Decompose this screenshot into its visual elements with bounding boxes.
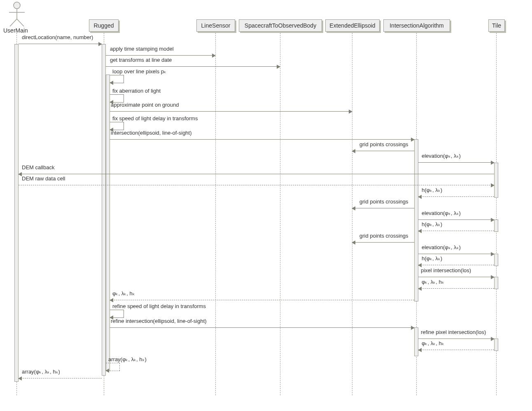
lifeline-linesensor — [215, 33, 216, 395]
activation-tile-2 — [494, 220, 498, 232]
msg-h-return-2: h(φₖ, λₖ) — [418, 228, 494, 234]
msg-loop-pixels: loop over line pixels pₖ — [110, 75, 124, 83]
lifeline-sctobody — [280, 33, 280, 395]
msg-fix-aberration: fix aberration of light — [110, 94, 124, 103]
activation-tile-5 — [494, 339, 498, 351]
lifeline-extellipsoid — [352, 33, 352, 395]
svg-line-3 — [10, 19, 17, 26]
msg-dem-callback: DEM callback — [19, 171, 494, 177]
msg-elevation-1: elevation(φₖ, λₖ) — [418, 160, 494, 166]
msg-approx-point: approximate point on ground — [110, 109, 352, 114]
activation-usermain — [14, 44, 19, 382]
msg-refine-intersection: refine intersection(ellipsoid, line-of-s… — [110, 325, 414, 331]
msg-fix-speed-light: fix speed of light delay in transforms — [110, 122, 124, 130]
participant-rugged: Rugged — [89, 19, 119, 32]
msg-grid-crossings-3: grid points crossings — [352, 240, 414, 245]
participant-sctobody: SpacecraftToObservedBody — [239, 19, 322, 32]
activation-rugged-inner — [106, 75, 110, 371]
svg-line-4 — [17, 19, 24, 26]
msg-array-return-self: array(φₖ, λₖ, hₖ) — [106, 363, 120, 371]
msg-grid-crossings-1: grid points crossings — [352, 148, 414, 154]
actor-icon — [13, 1, 21, 9]
activation-tile-1 — [494, 163, 498, 198]
participant-extellipsoid: ExtendedEllipsoid — [325, 19, 380, 32]
msg-refine-speed: refine speed of light delay in transform… — [110, 310, 124, 318]
participant-tile: Tile — [488, 19, 505, 32]
activation-intersectalgo-1 — [414, 139, 418, 301]
activation-tile-3 — [494, 254, 498, 266]
activation-tile-4 — [494, 277, 498, 289]
msg-plh-return-1: φₖ, λₖ, hₖ — [418, 286, 494, 292]
msg-h-return-1: h(φₖ, λₖ) — [418, 194, 494, 200]
participant-linesensor: LineSensor — [196, 19, 235, 32]
msg-direct-location: directLocation(name, number) — [19, 41, 102, 47]
activation-rugged — [102, 44, 106, 376]
participant-intersectalgo: IntersectionAlgorithm — [383, 19, 450, 32]
actor-body-icon — [7, 9, 26, 27]
msg-plh-return-3: φₖ, λₖ, hₖ — [418, 347, 494, 353]
msg-grid-crossings-2: grid points crossings — [352, 206, 414, 211]
svg-point-0 — [14, 2, 20, 9]
msg-plh-return-2: φₖ, λₖ, hₖ — [110, 297, 414, 303]
participant-usermain: UserMain — [3, 27, 28, 34]
sequence-diagram: UserMain Rugged LineSensor SpacecraftToO… — [0, 0, 532, 411]
msg-array-return: array(φₖ, λₖ, hₖ) — [19, 376, 102, 381]
